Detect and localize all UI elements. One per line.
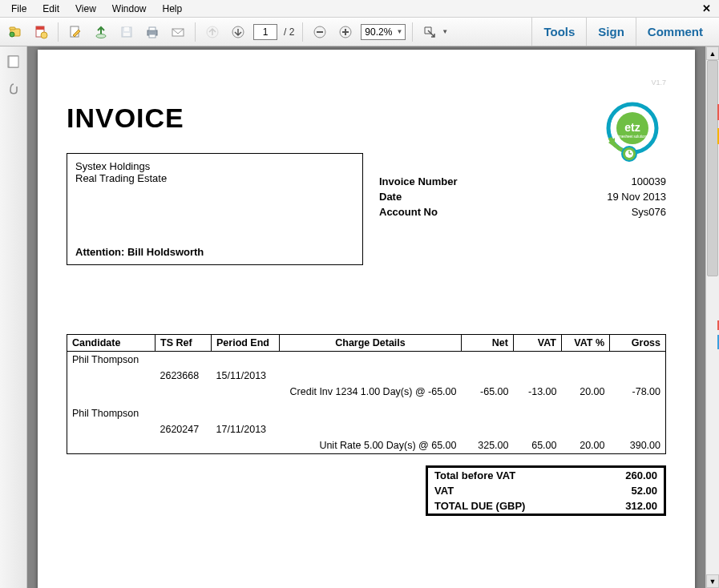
address-line: Real Trading Estate	[75, 172, 354, 184]
svg-text:etz: etz	[624, 121, 640, 134]
cell-charge: Unit Rate 5.00 Day(s) @ 65.00	[280, 437, 462, 454]
svg-rect-21	[345, 29, 346, 35]
total-label: VAT	[434, 485, 454, 497]
cell-period: 17/11/2013	[212, 421, 280, 437]
chevron-down-icon: ▼	[396, 28, 405, 35]
export-icon[interactable]	[91, 22, 111, 42]
menu-view[interactable]: View	[67, 2, 104, 16]
meta-value: 100039	[632, 175, 666, 187]
th-charge: Charge Details	[280, 335, 462, 352]
menu-edit[interactable]: Edit	[34, 2, 67, 16]
save-icon[interactable]	[116, 22, 137, 42]
cell-gross: -78.00	[610, 384, 666, 400]
address-line: Systex Holdings	[75, 160, 354, 172]
zoom-out-icon[interactable]	[309, 22, 330, 42]
toolbar: / 2 90.2% ▼ ▼ Tools Sign Comment	[0, 18, 719, 46]
tools-button[interactable]: Tools	[531, 18, 586, 46]
table-row: Phil Thompson	[67, 400, 666, 421]
cell-vatp: 20.00	[562, 384, 610, 400]
attachments-icon[interactable]	[6, 82, 21, 98]
document-viewport[interactable]: V1.7 etz timesheet solutions INVOICE	[27, 46, 705, 588]
email-icon[interactable]	[168, 22, 188, 42]
page-down-icon[interactable]	[228, 22, 248, 42]
cell-charge: Credit Inv 1234 1.00 Day(s) @ -65.00	[280, 384, 462, 400]
svg-rect-10	[123, 33, 130, 36]
cell-candidate: Phil Thompson	[67, 352, 156, 369]
zoom-in-icon[interactable]	[335, 22, 356, 42]
close-icon[interactable]: ✕	[697, 2, 716, 14]
workspace: V1.7 etz timesheet solutions INVOICE	[0, 46, 719, 588]
meta-value: 19 Nov 2013	[607, 191, 666, 203]
cell-vat: 65.00	[514, 437, 562, 454]
edit-icon[interactable]	[65, 22, 86, 42]
menu-help[interactable]: Help	[155, 2, 191, 16]
th-period: Period End	[212, 335, 280, 352]
svg-rect-13	[149, 34, 156, 38]
page-up-icon[interactable]	[202, 22, 223, 42]
meta-label: Invoice Number	[379, 175, 458, 187]
page-thumbnails-icon[interactable]	[6, 54, 21, 69]
open-file-icon[interactable]	[5, 22, 26, 42]
scroll-track[interactable]	[706, 60, 719, 574]
menubar: File Edit View Window Help ✕	[0, 0, 719, 18]
total-value: 260.00	[625, 469, 657, 481]
svg-rect-18	[317, 31, 323, 33]
table-row: Unit Rate 5.00 Day(s) @ 65.00 325.00 65.…	[67, 437, 666, 454]
svg-rect-12	[149, 27, 156, 30]
totals-box: Total before VAT 260.00 VAT 52.00 TOTAL …	[426, 465, 666, 516]
cell-gross: 390.00	[610, 437, 666, 454]
svg-rect-23	[9, 56, 18, 67]
menu-file[interactable]: File	[3, 2, 34, 16]
pdf-page: V1.7 etz timesheet solutions INVOICE	[38, 50, 695, 588]
cell-net: 325.00	[462, 437, 514, 454]
page-total-label: / 2	[282, 26, 296, 38]
read-mode-icon[interactable]	[419, 22, 440, 42]
menu-window[interactable]: Window	[104, 2, 155, 16]
invoice-title: INVOICE	[67, 103, 666, 134]
page-number-input[interactable]	[253, 24, 277, 40]
svg-point-2	[10, 32, 14, 37]
cell-net: -65.00	[462, 384, 514, 400]
etz-logo: etz timesheet solutions	[599, 98, 666, 165]
th-gross: Gross	[610, 335, 666, 352]
cell-vat: -13.00	[514, 384, 562, 400]
total-value: 52.00	[631, 485, 657, 497]
sign-button[interactable]: Sign	[586, 18, 636, 46]
meta-label: Date	[379, 191, 402, 203]
scroll-down-icon[interactable]: ▼	[706, 574, 719, 588]
invoice-table: Candidate TS Ref Period End Charge Detai…	[67, 334, 666, 454]
version-label: V1.7	[651, 79, 666, 87]
th-tsref: TS Ref	[156, 335, 212, 352]
th-vat: VAT	[514, 335, 562, 352]
svg-rect-1	[10, 27, 15, 30]
address-box: Systex Holdings Real Trading Estate Atte…	[67, 153, 363, 265]
meta-value: Sys076	[632, 206, 666, 218]
zoom-level-dropdown[interactable]: 90.2% ▼	[361, 24, 406, 40]
scroll-up-icon[interactable]: ▲	[706, 46, 719, 60]
cell-period: 15/11/2013	[212, 368, 280, 384]
attention-line: Attention: Bill Holdsworth	[75, 246, 354, 258]
comment-button[interactable]: Comment	[636, 18, 714, 46]
chevron-down-icon: ▼	[442, 28, 448, 35]
svg-point-5	[41, 32, 47, 38]
th-net: Net	[462, 335, 514, 352]
svg-point-7	[96, 34, 106, 38]
scroll-thumb[interactable]	[707, 60, 718, 276]
th-vatp: VAT %	[562, 335, 610, 352]
total-label: TOTAL DUE (GBP)	[434, 500, 525, 512]
cell-tsref: 2623668	[156, 368, 212, 384]
table-row: 2623668 15/11/2013	[67, 368, 666, 384]
cell-candidate: Phil Thompson	[67, 400, 156, 421]
table-row: Phil Thompson	[67, 352, 666, 369]
cell-tsref: 2620247	[156, 421, 212, 437]
print-icon[interactable]	[142, 22, 163, 42]
table-row: Credit Inv 1234 1.00 Day(s) @ -65.00 -65…	[67, 384, 666, 400]
svg-text:timesheet solutions: timesheet solutions	[617, 135, 648, 139]
meta-label: Account No	[379, 206, 438, 218]
svg-rect-9	[124, 27, 129, 31]
table-row: 2620247 17/11/2013	[67, 421, 666, 437]
svg-rect-4	[36, 26, 44, 30]
vertical-scrollbar[interactable]: ▲ ▼	[705, 46, 719, 588]
total-label: Total before VAT	[434, 469, 515, 481]
create-pdf-icon[interactable]	[30, 22, 51, 42]
